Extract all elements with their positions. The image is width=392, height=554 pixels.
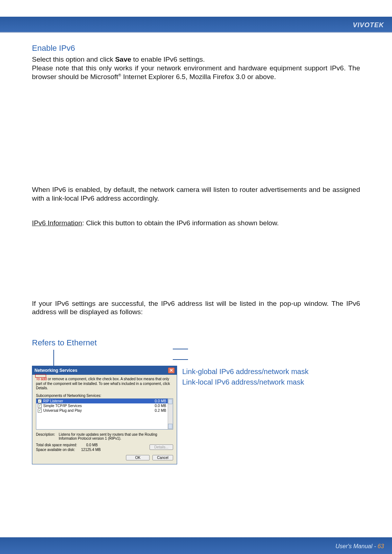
- networking-services-dialog: Networking Services ✕ To add or remove a…: [32, 366, 177, 464]
- header-band: VIVOTEK: [0, 17, 392, 32]
- paragraph-5: If your IPv6 settings are successful, th…: [32, 299, 360, 317]
- close-icon[interactable]: ✕: [168, 368, 175, 373]
- item-label: RIP Listener: [43, 399, 63, 403]
- description-label: Description:: [36, 432, 55, 440]
- dialog-titlebar: Networking Services ✕: [32, 366, 177, 375]
- dialog-button-row: OK Cancel: [36, 455, 173, 460]
- cancel-button[interactable]: Cancel: [152, 455, 173, 460]
- footer-band: User's Manual - 63: [0, 537, 392, 554]
- checkbox-icon[interactable]: ✓: [38, 404, 42, 408]
- connector-line: [46, 350, 62, 366]
- p2b: Internet Explorer 6.5, Mozilla Firefox 3…: [121, 73, 276, 81]
- top-margin: [0, 0, 392, 17]
- subcomponents-listbox[interactable]: ✓ RIP Listener 0.0 MB ✓ Simple TCP/IP Se…: [36, 398, 173, 430]
- scroll-down-icon[interactable]: [168, 424, 172, 429]
- paragraph-2: Please note that this only works if your…: [32, 64, 360, 81]
- description-text: Listens for route updates sent by router…: [59, 432, 173, 440]
- footer-label: User's Manual - 63: [335, 543, 384, 550]
- figure-placeholder-1: [32, 81, 360, 185]
- disk-req-val: 0.0 MB: [86, 443, 98, 447]
- p1b: to enable IPv6 settings.: [131, 56, 205, 63]
- footer-text: User's Manual -: [335, 543, 377, 549]
- connector-line-global: [173, 349, 188, 349]
- hint-rest: or remove a component, click the check b…: [36, 377, 170, 390]
- dialog-title-text: Networking Services: [34, 368, 77, 373]
- registered-mark: ®: [118, 73, 121, 77]
- paragraph-4: IPv6 Information: Click this button to o…: [32, 219, 360, 227]
- checkbox-icon[interactable]: ✓: [38, 409, 42, 413]
- page-content: Enable IPv6 Select this option and click…: [0, 33, 392, 464]
- ipv6-info-underline: IPv6 Information: [32, 219, 82, 227]
- item-label: Simple TCP/IP Services: [43, 404, 82, 408]
- list-item-rip-listener[interactable]: ✓ RIP Listener 0.0 MB: [36, 399, 173, 403]
- disk-avail-val: 12125.4 MB: [81, 448, 101, 452]
- item-label: Universal Plug and Play: [43, 409, 82, 413]
- description-row: Description: Listens for route updates s…: [36, 432, 173, 440]
- disk-info: Total disk space required: 0.0 MB Space …: [36, 443, 101, 452]
- disk-req-label: Total disk space required:: [36, 443, 77, 447]
- checkbox-icon[interactable]: ✓: [38, 399, 42, 403]
- figure-placeholder-2: [32, 227, 360, 299]
- p1-bold-save: Save: [115, 56, 131, 63]
- paragraph-3: When IPv6 is enabled, by default, the ne…: [32, 185, 360, 203]
- list-item-simple-tcpip[interactable]: ✓ Simple TCP/IP Services 0.0 MB: [36, 403, 173, 408]
- diagram-row: Networking Services ✕ To add or remove a…: [32, 350, 360, 464]
- annotation-link-local: Link-local IPv6 address/network mask: [182, 377, 309, 387]
- ok-button[interactable]: OK: [126, 455, 149, 460]
- p1a: Select this option and click: [32, 56, 115, 63]
- subcomponents-label: Subcomponents of Networking Services:: [36, 394, 173, 398]
- brand-label: VIVOTEK: [353, 21, 384, 29]
- scroll-up-icon[interactable]: [168, 399, 172, 404]
- page-number: 63: [377, 543, 384, 549]
- dialog-hint: To add or remove a component, click the …: [36, 377, 173, 391]
- callout-box: [35, 374, 46, 378]
- list-item-upnp[interactable]: ✓ Universal Plug and Play 0.2 MB: [36, 408, 173, 413]
- annotation-column: Link-global IPv6 address/network mask Li…: [182, 350, 309, 387]
- refers-to-ethernet: Refers to Ethernet: [32, 338, 360, 348]
- p4b: : Click this button to obtain the IPv6 i…: [82, 219, 279, 227]
- annotation-link-global: Link-global IPv6 address/network mask: [182, 366, 309, 377]
- details-button[interactable]: Details...: [150, 444, 173, 450]
- scrollbar[interactable]: [168, 399, 173, 429]
- connector-line-local: [173, 359, 188, 360]
- disk-avail-label: Space available on disk:: [36, 448, 75, 452]
- section-title-enable-ipv6: Enable IPv6: [32, 44, 360, 53]
- paragraph-1: Select this option and click Save to ena…: [32, 55, 360, 64]
